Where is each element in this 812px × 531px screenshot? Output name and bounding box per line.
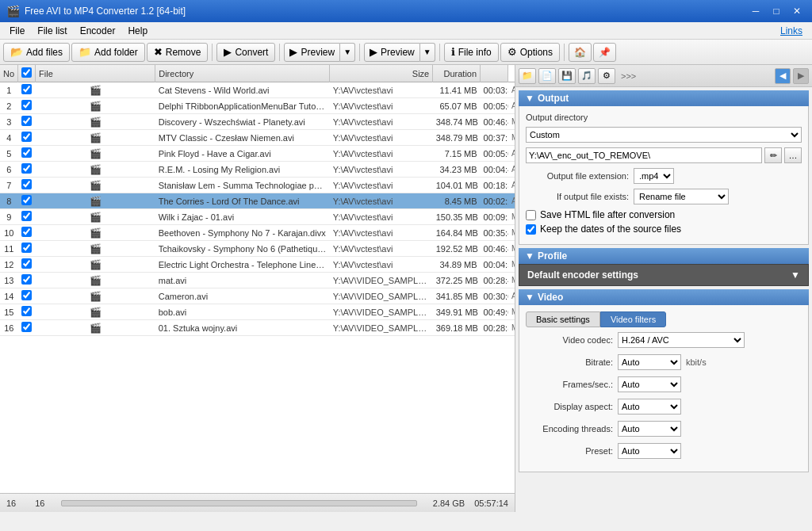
output-dir-select[interactable]: Custom: [526, 127, 802, 143]
pin-button[interactable]: 📌: [593, 43, 616, 62]
threads-select[interactable]: Auto: [618, 421, 681, 437]
output-path-more-btn[interactable]: …: [784, 147, 802, 163]
panel-settings-btn[interactable]: ⚙: [598, 68, 615, 84]
menu-help[interactable]: Help: [121, 24, 154, 38]
table-row[interactable]: 16 🎬 01. Sztuka wojny.avi Y:\AV\VIDEO_SA…: [0, 320, 515, 336]
row-checkbox[interactable]: [21, 322, 32, 332]
table-row[interactable]: 3 🎬 Discovery - Wszechświat - Planety.av…: [0, 114, 515, 130]
row-checkbox[interactable]: [21, 100, 32, 110]
panel-nav-next[interactable]: ▶: [793, 68, 809, 84]
row-checkbox[interactable]: [21, 258, 32, 269]
row-check-cell[interactable]: [18, 320, 36, 336]
preset-select[interactable]: Auto: [618, 443, 681, 459]
panel-doc-btn[interactable]: 📄: [538, 68, 556, 84]
panel-folder-btn[interactable]: 📁: [519, 68, 536, 84]
row-checkbox[interactable]: [21, 179, 32, 189]
options-button[interactable]: ⚙ Options: [500, 43, 560, 62]
video-section-header[interactable]: ▼ Video: [519, 289, 809, 305]
bitrate-select[interactable]: Auto: [618, 354, 681, 370]
table-row[interactable]: 12 🎬 Electric Light Orchestra - Telephon…: [0, 257, 515, 273]
preview2-dropdown[interactable]: ▼: [420, 43, 435, 62]
menu-file[interactable]: File: [3, 24, 31, 38]
file-info-button[interactable]: ℹ File info: [444, 43, 499, 62]
row-check-cell[interactable]: [18, 241, 36, 257]
add-files-button[interactable]: 📂 Add files: [3, 43, 70, 62]
fps-select[interactable]: Auto: [618, 376, 681, 392]
row-checkbox[interactable]: [21, 227, 32, 237]
if-exists-select[interactable]: Rename file: [634, 189, 729, 204]
col-header-dir[interactable]: Directory: [155, 65, 330, 82]
codec-select[interactable]: H.264 / AVC: [618, 332, 745, 348]
select-all-checkbox[interactable]: [21, 67, 32, 78]
add-folder-button[interactable]: 📁 Add folder: [71, 43, 145, 62]
row-checkbox[interactable]: [21, 290, 32, 300]
row-checkbox[interactable]: [21, 211, 32, 221]
convert-button[interactable]: ▶ Convert: [216, 43, 275, 62]
row-checkbox[interactable]: [21, 132, 32, 142]
tab-video-filters[interactable]: Video filters: [600, 311, 666, 327]
table-row[interactable]: 10 🎬 Beethoven - Symphony No 7 - Karajan…: [0, 225, 515, 241]
minimize-button[interactable]: ─: [747, 4, 764, 18]
panel-save-btn[interactable]: 💾: [558, 68, 576, 84]
row-check-cell[interactable]: [18, 130, 36, 146]
profile-dropdown[interactable]: Default encoder settings ▼: [519, 264, 809, 286]
menu-encoder[interactable]: Encoder: [74, 24, 122, 38]
table-row[interactable]: 4 🎬 MTV Classic - Czesław Niemen.avi Y:\…: [0, 130, 515, 146]
row-check-cell[interactable]: [18, 193, 36, 209]
keep-dates-checkbox[interactable]: [526, 224, 536, 235]
extension-select[interactable]: .mp4: [634, 168, 674, 184]
output-section-header[interactable]: ▼ Output: [519, 90, 809, 106]
row-check-cell[interactable]: [18, 82, 36, 98]
table-row[interactable]: 9 🎬 Wilk i Zajac - 01.avi Y:\AV\vctest\a…: [0, 209, 515, 225]
table-row[interactable]: 2 🎬 Delphi TRibbonApplicationMenuBar Tut…: [0, 98, 515, 114]
panel-more-label[interactable]: >>>: [621, 71, 636, 81]
preview1-dropdown[interactable]: ▼: [340, 43, 355, 62]
row-check-cell[interactable]: [18, 225, 36, 241]
row-check-cell[interactable]: [18, 146, 36, 162]
col-header-duration[interactable]: Duration: [433, 65, 481, 82]
table-row[interactable]: 15 🎬 bob.avi Y:\AV\VIDEO_SAMPLES\... 349…: [0, 304, 515, 320]
row-checkbox[interactable]: [21, 147, 32, 158]
preview2-button[interactable]: ▶ Preview: [364, 43, 420, 62]
close-button[interactable]: ✕: [788, 4, 806, 18]
col-header-file[interactable]: File: [36, 65, 155, 82]
col-header-size[interactable]: Size: [330, 65, 433, 82]
preview1-button[interactable]: ▶ Preview: [284, 43, 340, 62]
table-row[interactable]: 11 🎬 Tchaikovsky - Symphony No 6 (Pathet…: [0, 241, 515, 257]
tab-basic-settings[interactable]: Basic settings: [526, 311, 600, 327]
table-row[interactable]: 5 🎬 Pink Floyd - Have a Cigar.avi Y:\AV\…: [0, 146, 515, 162]
row-check-cell[interactable]: [18, 304, 36, 320]
row-check-cell[interactable]: [18, 288, 36, 304]
row-checkbox[interactable]: [21, 163, 32, 174]
row-checkbox[interactable]: [21, 195, 32, 205]
row-check-cell[interactable]: [18, 273, 36, 288]
table-row[interactable]: 6 🎬 R.E.M. - Losing My Religion.avi Y:\A…: [0, 162, 515, 178]
row-checkbox[interactable]: [21, 116, 32, 126]
row-check-cell[interactable]: [18, 209, 36, 225]
links-button[interactable]: Links: [774, 24, 809, 38]
remove-button[interactable]: ✖ Remove: [147, 43, 209, 62]
row-checkbox[interactable]: [21, 243, 32, 253]
table-row[interactable]: 8 🎬 The Corries - Lord Of The Dance.avi …: [0, 193, 515, 209]
row-check-cell[interactable]: [18, 162, 36, 178]
save-html-checkbox[interactable]: [526, 210, 536, 220]
row-checkbox[interactable]: [21, 274, 32, 285]
maximize-button[interactable]: □: [768, 4, 785, 18]
menu-filelist[interactable]: File list: [31, 24, 73, 38]
home-button[interactable]: 🏠: [569, 43, 592, 62]
row-check-cell[interactable]: [18, 257, 36, 273]
aspect-select[interactable]: Auto: [618, 399, 681, 414]
output-path-edit-btn[interactable]: ✏: [764, 147, 782, 163]
profile-section-header[interactable]: ▼ Profile: [519, 248, 809, 264]
table-row[interactable]: 1 🎬 Cat Stevens - Wild World.avi Y:\AV\v…: [0, 82, 515, 98]
table-row[interactable]: 13 🎬 mat.avi Y:\AV\VIDEO_SAMPLES\... 372…: [0, 273, 515, 288]
table-row[interactable]: 14 🎬 Cameron.avi Y:\AV\VIDEO_SAMPLES\...…: [0, 288, 515, 304]
file-table-container[interactable]: No File Directory Size Duration 1: [0, 65, 515, 493]
output-path-input[interactable]: [526, 147, 762, 163]
row-check-cell[interactable]: [18, 114, 36, 130]
row-checkbox[interactable]: [21, 84, 32, 94]
table-row[interactable]: 7 🎬 Stanisław Lem - Summa Technologiae p…: [0, 178, 515, 193]
row-check-cell[interactable]: [18, 98, 36, 114]
panel-nav-prev[interactable]: ◀: [775, 68, 791, 84]
row-check-cell[interactable]: [18, 178, 36, 193]
